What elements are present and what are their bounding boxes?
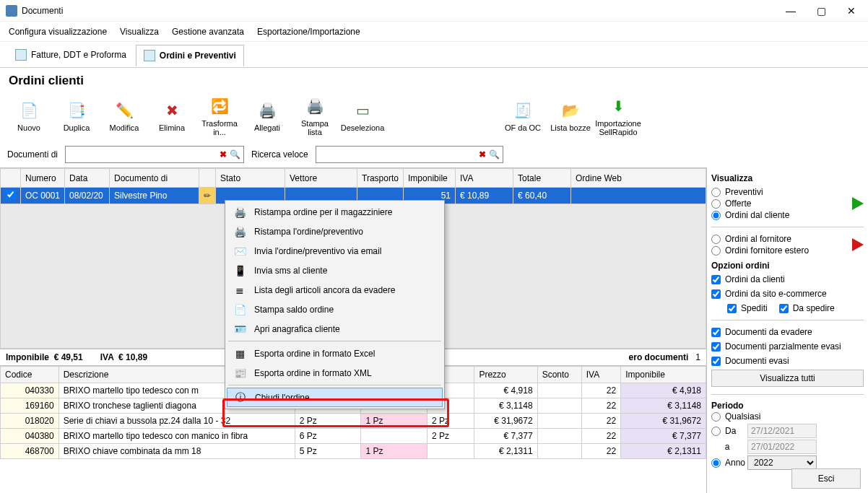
ctx-export-excel[interactable]: ▦Esporta ordine in formato Excel: [227, 344, 443, 363]
quick-search-field[interactable]: ✖ 🔍: [316, 146, 503, 163]
col-iva[interactable]: IVA: [581, 367, 621, 383]
ctx-close-order[interactable]: ⓘChiudi l'ordine: [227, 388, 443, 407]
cell-data: 08/02/20: [65, 188, 110, 204]
cell-ordineweb: [571, 188, 706, 204]
download-icon: ⬇: [608, 96, 628, 116]
ctx-export-xml[interactable]: 📰Esporta ordine in formato XML: [227, 363, 443, 383]
radio-anno[interactable]: Anno: [711, 457, 743, 468]
menu-item-label: Ristampa ordine per il magazziniere: [254, 207, 392, 217]
search-icon[interactable]: 🔍: [489, 149, 500, 160]
date-to: [747, 440, 817, 454]
deselect-button[interactable]: ▭Deseleziona: [341, 94, 384, 139]
col-vettore[interactable]: Vettore: [285, 169, 357, 188]
col-imp[interactable]: Imponibile: [621, 367, 706, 383]
menu-config[interactable]: Configura visualizzazione: [9, 27, 107, 37]
check-spediti[interactable]: Spediti: [727, 302, 768, 314]
side-visualizza-title: Visualizza: [711, 173, 864, 183]
check-parzialmente[interactable]: Documenti parzialmente evasi: [711, 341, 864, 352]
tab-label: Fatture, DDT e Proforma: [31, 50, 126, 60]
table-row[interactable]: 018020Serie di chiavi a bussola pz.24 da…: [1, 414, 706, 429]
page-title: Ordini clienti: [0, 68, 868, 91]
ctx-email-order[interactable]: ✉️Invia l'ordine/preventivo via email: [227, 241, 443, 261]
tab-label: Ordini e Preventivi: [160, 51, 236, 61]
col-prezzo[interactable]: Prezzo: [474, 367, 537, 383]
table-row[interactable]: 040380BRIXO martello tipo tedesco con ma…: [1, 429, 706, 444]
radio-preventivi[interactable]: Preventivi: [711, 186, 852, 198]
tab-orders[interactable]: Ordini e Preventivi: [136, 45, 244, 66]
ctx-pending-items[interactable]: ≣Lista degli articoli ancora da evadere: [227, 280, 443, 300]
edit-button[interactable]: ✏️Modifica: [103, 94, 146, 139]
col-totale[interactable]: Totale: [513, 169, 571, 188]
menu-item-icon: 🪪: [233, 323, 247, 336]
radio-qualsiasi[interactable]: Qualsiasi: [711, 411, 864, 422]
menu-export[interactable]: Esportazione/Importazione: [257, 27, 360, 37]
import-sellrapido-button[interactable]: ⬇Importazione SellRapido: [596, 94, 640, 139]
ctx-reprint-warehouse[interactable]: 🖨️Ristampa ordine per il magazziniere: [227, 202, 443, 222]
minimize-button[interactable]: —: [780, 5, 802, 17]
search-icon[interactable]: 🔍: [230, 149, 240, 160]
check-da-spedire[interactable]: Da spedire: [779, 302, 835, 314]
check-evasi[interactable]: Documenti evasi: [711, 355, 864, 367]
quick-search-input[interactable]: [319, 147, 477, 162]
check-ordini-clienti[interactable]: Ordini da clienti: [711, 274, 864, 285]
attachments-button[interactable]: 🖨️Allegati: [246, 94, 289, 139]
radio-da[interactable]: Da: [711, 425, 743, 437]
menu-item-icon: 🖨️: [233, 206, 247, 219]
of-da-oc-button[interactable]: 🧾OF da OC: [501, 94, 544, 139]
context-menu[interactable]: 🖨️Ristampa ordine per il magazziniere🖨️R…: [225, 200, 445, 409]
row-check[interactable]: [6, 190, 15, 199]
table-row[interactable]: 468700BRIXO chiave combinata da mm 185 P…: [1, 444, 706, 459]
doc-of-input[interactable]: [69, 147, 218, 162]
clear-icon[interactable]: ✖: [479, 149, 486, 160]
transform-button[interactable]: 🔁Trasforma in...: [198, 94, 241, 139]
check-ordini-ecommerce[interactable]: Ordini da sito e-commerce: [711, 288, 864, 300]
new-button[interactable]: 📄Nuovo: [7, 94, 51, 139]
attach-icon: 🖨️: [257, 100, 277, 121]
ctx-open-customer[interactable]: 🪪Apri anagrafica cliente: [227, 319, 443, 339]
tab-invoices[interactable]: Fatture, DDT e Proforma: [7, 44, 134, 66]
radio-offerte[interactable]: Offerte: [711, 198, 852, 209]
orders-table[interactable]: Numero Data Documento di Stato Vettore T…: [0, 168, 706, 204]
col-flag[interactable]: [199, 169, 216, 188]
ctx-print-balance[interactable]: 📄Stampa saldo ordine: [227, 300, 443, 319]
arrow-red-icon: [852, 238, 864, 251]
clear-icon[interactable]: ✖: [220, 149, 227, 160]
delete-button[interactable]: ✖Elimina: [150, 94, 194, 139]
col-iva[interactable]: IVA: [456, 169, 513, 188]
col-stato[interactable]: Stato: [216, 169, 285, 188]
order-icon: [144, 50, 155, 61]
col-ordineweb[interactable]: Ordine Web: [571, 169, 706, 188]
col-trasporto[interactable]: Trasporto: [357, 169, 404, 188]
radio-ordini-fornitore[interactable]: Ordini al fornitore: [711, 233, 852, 245]
check-da-evadere[interactable]: Documenti da evadere: [711, 326, 864, 338]
print-list-button[interactable]: 🖨️Stampa lista: [293, 94, 337, 139]
doc-of-field[interactable]: ✖ 🔍: [65, 146, 244, 163]
menu-item-label: Invia l'ordine/preventivo via email: [254, 246, 381, 256]
close-button[interactable]: ✕: [841, 5, 862, 17]
menu-advanced[interactable]: Gestione avanzata: [172, 27, 244, 37]
col-codice[interactable]: Codice: [1, 367, 59, 383]
col-check[interactable]: [1, 169, 21, 188]
col-data[interactable]: Data: [65, 169, 110, 188]
menu-view[interactable]: Visualizza: [120, 27, 159, 37]
drafts-button[interactable]: 📂Lista bozze: [549, 94, 592, 139]
window-title: Documenti: [22, 6, 780, 16]
select-anno[interactable]: 2022: [747, 455, 817, 470]
col-imponibile[interactable]: Imponibile: [404, 169, 456, 188]
col-sconto[interactable]: Sconto: [537, 367, 581, 383]
radio-ordini-fornitore-estero[interactable]: Ordini fornitore estero: [711, 245, 852, 256]
ctx-sms-client[interactable]: 📱Invia sms al cliente: [227, 261, 443, 280]
duplicate-button[interactable]: 📑Duplica: [55, 94, 98, 139]
radio-ordini-cliente[interactable]: Ordini dal cliente: [711, 209, 852, 221]
btn-visualizza-tutti[interactable]: Visualizza tutti: [711, 370, 864, 387]
menu-item-icon: 📰: [233, 367, 247, 380]
ctx-reprint-order[interactable]: 🖨️Ristampa l'ordine/preventivo: [227, 222, 443, 241]
arrow-green-icon: [852, 197, 864, 210]
col-numero[interactable]: Numero: [21, 169, 65, 188]
col-docdi[interactable]: Documento di: [110, 169, 199, 188]
maximize-button[interactable]: ▢: [810, 5, 832, 17]
x-icon: ✖: [162, 100, 182, 121]
exit-button[interactable]: Esci: [791, 468, 861, 489]
invoice-icon: [15, 49, 27, 61]
tabs-bar: Fatture, DDT e Proforma Ordini e Prevent…: [0, 42, 868, 68]
